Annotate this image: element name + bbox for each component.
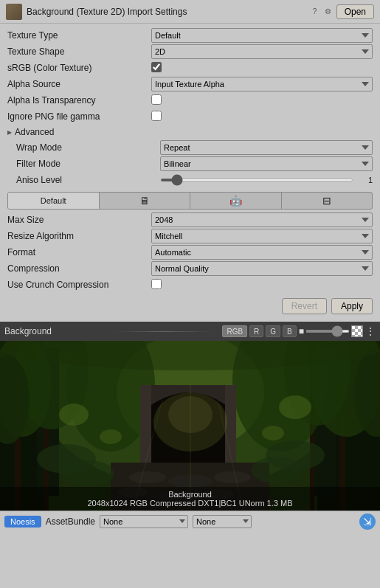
other-icon: ⊟ bbox=[322, 195, 331, 207]
alpha-transparency-label: Alpha Is Transparency bbox=[7, 95, 151, 106]
preview-details: 2048x1024 RGB Compressed DXT1|BC1 UNorm … bbox=[3, 499, 377, 508]
tab-pc[interactable]: 🖥 bbox=[100, 193, 191, 209]
help-icon[interactable]: ? bbox=[310, 7, 320, 17]
ignore-png-checkbox[interactable] bbox=[151, 111, 162, 121]
crunch-compression-value[interactable] bbox=[151, 279, 373, 291]
more-options-icon[interactable]: ⋮ bbox=[365, 325, 376, 337]
ignore-png-label: Ignore PNG file gamma bbox=[7, 111, 151, 122]
resize-algorithm-dropdown[interactable]: Mitchell bbox=[151, 229, 373, 243]
compression-dropdown[interactable]: Normal Quality bbox=[151, 261, 373, 276]
texture-shape-label: Texture Shape bbox=[7, 46, 151, 57]
texture-shape-row: Texture Shape 2D bbox=[7, 44, 373, 59]
max-size-dropdown[interactable]: 2048 bbox=[151, 212, 373, 227]
compression-row: Compression Normal Quality bbox=[7, 261, 373, 276]
texture-shape-dropdown[interactable]: 2D bbox=[151, 44, 373, 59]
title-bar: Background (Texture 2D) Import Settings … bbox=[0, 0, 380, 24]
advanced-section-header[interactable]: ▶ Advanced bbox=[7, 127, 373, 137]
compression-label: Compression bbox=[7, 263, 151, 274]
texture-type-value[interactable]: Default bbox=[151, 28, 373, 43]
format-value[interactable]: Automatic bbox=[151, 245, 373, 260]
texture-type-dropdown[interactable]: Default bbox=[151, 28, 373, 43]
platform-tabs: Default 🖥 🤖 ⊟ bbox=[7, 192, 373, 210]
asset-bundle-dropdown-1[interactable]: None bbox=[100, 515, 188, 528]
preview-name: Background bbox=[3, 490, 377, 499]
android-icon: 🤖 bbox=[229, 195, 242, 207]
revert-button[interactable]: Revert bbox=[282, 298, 327, 314]
wrap-mode-label: Wrap Mode bbox=[16, 142, 160, 153]
aniso-level-number: 1 bbox=[358, 176, 373, 184]
preview-image-container: Background 2048x1024 RGB Compressed DXT1… bbox=[0, 341, 380, 511]
preview-caption: Background 2048x1024 RGB Compressed DXT1… bbox=[0, 487, 380, 511]
asset-bundle-label: AssetBundle bbox=[46, 516, 95, 527]
alpha-icon: ■ bbox=[299, 326, 304, 336]
alpha-transparency-value[interactable] bbox=[151, 94, 373, 107]
preview-header: Background RGB R G B ■ ⋮ bbox=[0, 322, 380, 341]
srgb-checkbox[interactable] bbox=[151, 62, 162, 72]
preview-divider bbox=[114, 331, 214, 332]
crunch-compression-label: Use Crunch Compression bbox=[7, 280, 151, 290]
channel-rgb-button[interactable]: RGB bbox=[222, 325, 247, 337]
crunch-compression-checkbox[interactable] bbox=[151, 279, 162, 289]
crunch-compression-row: Use Crunch Compression bbox=[7, 277, 373, 292]
srgb-value[interactable] bbox=[151, 62, 373, 75]
alpha-source-dropdown[interactable]: Input Texture Alpha bbox=[151, 77, 373, 91]
svg-point-40 bbox=[100, 429, 122, 444]
preview-image bbox=[0, 341, 380, 511]
channel-g-button[interactable]: G bbox=[266, 325, 280, 337]
ignore-png-value[interactable] bbox=[151, 111, 373, 123]
tab-default-label: Default bbox=[41, 196, 66, 205]
svg-point-25 bbox=[129, 471, 166, 483]
alpha-source-label: Alpha Source bbox=[7, 79, 151, 89]
texture-shape-value[interactable]: 2D bbox=[151, 44, 373, 59]
filter-mode-value[interactable]: Bilinear bbox=[160, 156, 373, 171]
srgb-row: sRGB (Color Texture) bbox=[7, 60, 373, 75]
alpha-transparency-row: Alpha Is Transparency bbox=[7, 93, 373, 108]
title-icon bbox=[6, 4, 22, 20]
filter-mode-dropdown[interactable]: Bilinear bbox=[160, 156, 373, 171]
channel-r-button[interactable]: R bbox=[249, 325, 263, 337]
open-button[interactable]: Open bbox=[336, 4, 374, 19]
settings-panel: Texture Type Default Texture Shape 2D sR… bbox=[0, 24, 380, 322]
advanced-arrow-icon: ▶ bbox=[7, 129, 12, 136]
srgb-label: sRGB (Color Texture) bbox=[7, 63, 151, 73]
title-bar-left: Background (Texture 2D) Import Settings bbox=[6, 4, 187, 20]
format-dropdown[interactable]: Automatic bbox=[151, 245, 373, 260]
ignore-png-row: Ignore PNG file gamma bbox=[7, 109, 373, 124]
filter-mode-row: Filter Mode Bilinear bbox=[7, 156, 373, 171]
bottom-bar: Noesis AssetBundle None None ⇲ bbox=[0, 511, 380, 531]
alpha-slider[interactable] bbox=[305, 330, 350, 333]
noesis-icon: ⇲ bbox=[363, 516, 372, 528]
advanced-label: Advanced bbox=[15, 127, 54, 137]
title-text: Background (Texture 2D) Import Settings bbox=[27, 7, 187, 17]
alpha-transparency-checkbox[interactable] bbox=[151, 94, 162, 105]
preview-controls: RGB R G B ■ ⋮ bbox=[222, 325, 376, 337]
aniso-slider-container: 1 bbox=[160, 176, 373, 184]
tab-default[interactable]: Default bbox=[8, 193, 100, 209]
aniso-level-slider[interactable] bbox=[160, 179, 353, 181]
asset-bundle-dropdown-2[interactable]: None bbox=[193, 515, 252, 528]
noesis-tag[interactable]: Noesis bbox=[4, 516, 41, 528]
apply-button[interactable]: Apply bbox=[331, 298, 373, 314]
filter-mode-label: Filter Mode bbox=[16, 159, 160, 169]
wrap-mode-row: Wrap Mode Repeat bbox=[7, 140, 373, 155]
svg-point-39 bbox=[279, 395, 311, 419]
max-size-row: Max Size 2048 bbox=[7, 212, 373, 227]
aniso-level-row: Aniso Level 1 bbox=[7, 173, 373, 187]
alpha-source-value[interactable]: Input Texture Alpha bbox=[151, 77, 373, 91]
pc-icon: 🖥 bbox=[139, 195, 150, 207]
tab-other[interactable]: ⊟ bbox=[282, 193, 373, 209]
format-label: Format bbox=[7, 247, 151, 257]
settings-icon[interactable]: ⚙ bbox=[323, 7, 334, 17]
format-row: Format Automatic bbox=[7, 245, 373, 260]
max-size-value[interactable]: 2048 bbox=[151, 212, 373, 227]
svg-point-37 bbox=[251, 457, 303, 483]
tab-android[interactable]: 🤖 bbox=[190, 193, 282, 209]
noesis-icon-button[interactable]: ⇲ bbox=[359, 513, 376, 530]
wrap-mode-value[interactable]: Repeat bbox=[160, 140, 373, 155]
alpha-source-row: Alpha Source Input Texture Alpha bbox=[7, 77, 373, 91]
compression-value[interactable]: Normal Quality bbox=[151, 261, 373, 276]
svg-point-27 bbox=[214, 471, 251, 483]
channel-b-button[interactable]: B bbox=[283, 325, 297, 337]
resize-algorithm-value[interactable]: Mitchell bbox=[151, 229, 373, 243]
wrap-mode-dropdown[interactable]: Repeat bbox=[160, 140, 373, 155]
